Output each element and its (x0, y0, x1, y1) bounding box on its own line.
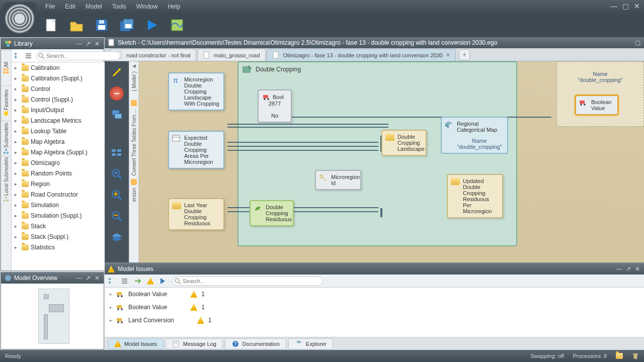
expand-icon[interactable]: ▸ (15, 171, 20, 176)
expand-icon[interactable]: ▸ (110, 292, 112, 297)
overview-canvas[interactable] (1, 284, 104, 349)
issues-list[interactable]: ▸Boolean Value1▸Boolean Value1▸Land Conv… (105, 288, 644, 337)
collapse-icon[interactable]: ◀ (132, 63, 136, 68)
tree-icon[interactable] (108, 277, 116, 285)
issues-search-input[interactable] (172, 277, 323, 286)
expand-icon[interactable]: ▸ (15, 182, 20, 187)
sidetab-local-submodels[interactable]: Local Submodels (1, 156, 11, 203)
expand-icon[interactable]: ▸ (15, 245, 20, 250)
zoom-out-tool[interactable] (110, 209, 124, 223)
sidetab-submodels[interactable]: Submodels (1, 121, 11, 156)
zoom-fit-tool[interactable] (110, 167, 124, 181)
expand-icon[interactable]: ▸ (15, 118, 20, 123)
panel-minimize-icon[interactable]: — (616, 265, 623, 273)
open-button[interactable] (68, 17, 85, 33)
minimize-icon[interactable]: — (610, 2, 617, 10)
expand-icon[interactable]: ▸ (110, 318, 112, 323)
expand-icon[interactable]: ▸ (15, 150, 20, 155)
expand-icon[interactable]: ▸ (15, 203, 20, 208)
node-microregion-id[interactable]: Microregion Id (315, 170, 361, 190)
svg-rect-22 (15, 56, 17, 58)
new-button[interactable] (43, 17, 59, 33)
node-expected-areas[interactable]: Expected Double Cropping Areas Per Micro… (168, 131, 224, 169)
close-icon[interactable]: ✕ (634, 2, 640, 10)
expand-icon[interactable]: ▸ (15, 234, 20, 239)
panel-minimize-icon[interactable]: — (75, 275, 83, 282)
issue-row[interactable]: ▸Boolean Value1 (105, 288, 644, 301)
svg-point-73 (121, 295, 123, 297)
list-icon[interactable] (121, 277, 129, 285)
node-bool[interactable]: Bool 2877 No (258, 89, 292, 123)
panel-maximize-icon[interactable]: ▢ (634, 39, 641, 46)
node-updated-residuous[interactable]: Updated Double Cropping Residuous Per Mi… (447, 174, 503, 218)
panel-close-icon[interactable]: ✕ (94, 275, 101, 282)
panel-minimize-icon[interactable]: — (75, 40, 83, 47)
zoom-in-tool[interactable] (110, 188, 124, 202)
panel-pin-icon[interactable]: ↗ (85, 275, 92, 282)
expand-icon[interactable]: ▸ (15, 86, 20, 92)
node-regional-map[interactable]: Regional Categorical Map Name"double_cro… (441, 117, 508, 154)
bottab-issues[interactable]: Model Issues (108, 338, 164, 349)
issue-row[interactable]: ▸Land Conversion1 (105, 314, 644, 327)
sidetab-favorites[interactable]: Favorites (1, 85, 11, 121)
node-last-year-residuous[interactable]: Last Year Double Cropping Residuous (168, 198, 224, 230)
library-search-input[interactable] (36, 51, 120, 60)
expand-icon[interactable]: ▸ (15, 192, 20, 197)
expand-icon[interactable]: ▸ (15, 224, 20, 229)
expand-icon[interactable]: ▸ (15, 97, 20, 102)
sidetab-all[interactable]: All (1, 50, 11, 85)
bottab-log[interactable]: Message Log (166, 338, 223, 349)
bottab-explorer[interactable]: Explorer (288, 338, 333, 349)
model-canvas[interactable]: Double Cropping π Microregion Double Cro… (139, 61, 644, 262)
bottab-docs[interactable]: ?Documentation (225, 338, 286, 349)
panel-close-icon[interactable]: ✕ (634, 265, 641, 273)
align-tool[interactable] (110, 146, 124, 160)
menu-edit[interactable]: Edit (60, 1, 80, 12)
panel-close-icon[interactable]: ✕ (94, 40, 101, 47)
node-residuous[interactable]: Double Cropping Residuous (250, 200, 294, 226)
expand-icon[interactable]: ▸ (15, 213, 20, 218)
expand-icon[interactable]: ▸ (15, 108, 20, 113)
side-label-version[interactable]: ersion (131, 188, 137, 202)
node-boolean-value[interactable]: Boolean Value (575, 95, 618, 115)
layers-tool[interactable] (110, 230, 124, 244)
doc-tab-1[interactable]: mato_grosso_road (197, 49, 266, 61)
stop-tool[interactable] (110, 86, 124, 101)
trash-icon[interactable] (632, 352, 639, 359)
map-button[interactable] (169, 17, 185, 33)
tree-icon[interactable] (14, 52, 22, 60)
menu-file[interactable]: File (40, 1, 60, 12)
expand-icon[interactable]: ▸ (15, 129, 20, 134)
add-tab-button[interactable]: + (459, 49, 470, 60)
windows-tool[interactable] (110, 108, 124, 122)
run-button[interactable] (144, 17, 160, 33)
node-dc-landscape[interactable]: Double Cropping Landscape (381, 130, 427, 156)
tab-close-icon[interactable]: ✕ (446, 52, 450, 58)
folder-icon[interactable] (616, 353, 623, 359)
issue-row[interactable]: ▸Boolean Value1 (105, 301, 644, 314)
panel-pin-icon[interactable]: ↗ (625, 265, 632, 273)
expand-icon[interactable]: ▸ (15, 139, 20, 144)
side-label-model[interactable]: ( Model ) (131, 71, 137, 91)
maximize-icon[interactable]: ▢ (622, 2, 629, 10)
menu-window[interactable]: Window (131, 1, 163, 12)
save-all-button[interactable] (119, 17, 135, 33)
play-icon[interactable] (159, 277, 167, 285)
menu-model[interactable]: Model (80, 1, 107, 12)
side-label-convert[interactable]: Convert Three Tables From ... (131, 109, 137, 175)
menu-help[interactable]: Help (163, 1, 185, 12)
expand-icon[interactable]: ▸ (15, 65, 20, 70)
expand-icon[interactable]: ▸ (110, 305, 112, 310)
save-button[interactable] (94, 17, 110, 33)
node-microregion-landscape[interactable]: π Microregion Double Cropping Landscape … (168, 72, 224, 111)
expand-icon[interactable]: ▸ (15, 160, 20, 165)
wand-tool[interactable] (110, 65, 124, 79)
doc-tab-2[interactable]: Otimizagro - fase 13 - double cropping w… (267, 49, 456, 61)
warning-filter-icon[interactable] (147, 278, 154, 285)
list-icon[interactable] (25, 52, 33, 60)
doc-tab-0[interactable]: road constructor - not final (110, 49, 196, 61)
goto-icon[interactable] (134, 277, 142, 285)
expand-icon[interactable]: ▸ (15, 76, 20, 81)
panel-pin-icon[interactable]: ↗ (85, 40, 92, 47)
menu-tools[interactable]: Tools (107, 1, 131, 12)
